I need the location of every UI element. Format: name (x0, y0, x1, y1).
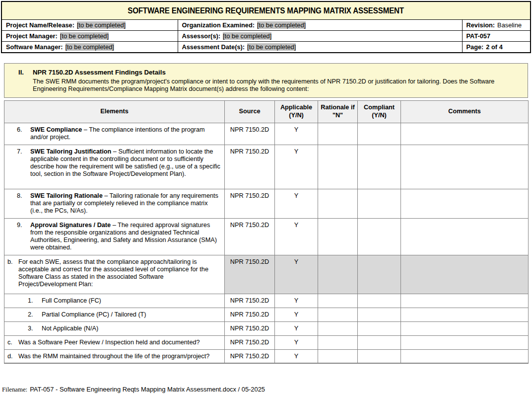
applicable-cell: Y (275, 321, 318, 335)
rationale-cell (318, 294, 358, 308)
comments-cell (401, 321, 529, 335)
compliant-cell (358, 123, 401, 145)
rationale-cell (318, 189, 358, 218)
revision-label: Revision: (466, 21, 495, 29)
comments-cell (401, 335, 529, 349)
element-text: Was a Software Peer Review / Inspection … (18, 339, 224, 346)
compliant-cell (358, 145, 401, 189)
applicable-cell: Y (275, 349, 318, 363)
applicable-cell: Y (275, 145, 318, 189)
footer-filename: Filename:PAT-057 - Software Engineering … (2, 385, 532, 394)
organization-label: Organization Examined: (182, 21, 255, 29)
rationale-cell (318, 218, 358, 255)
comments-cell (401, 218, 529, 255)
software-manager-cell: Software Manager:[to be completed] (1, 41, 178, 53)
project-name-label: Project Name/Release: (6, 21, 74, 29)
element-cell: 7. SWE Tailoring Justification – Suffici… (4, 145, 225, 189)
table-row: c. Was a Software Peer Review / Inspecti… (4, 335, 529, 349)
organization-cell: Organization Examined:[to be completed] (178, 19, 462, 30)
row-marker: 3. (28, 325, 42, 332)
element-text: SWE Tailoring Rationale – Tailoring rati… (30, 192, 224, 215)
element-cell: 8. SWE Tailoring Rationale – Tailoring r… (4, 189, 225, 218)
row-marker: 1. (28, 297, 42, 305)
assessment-date-cell: Assessment Date(s):[to be completed] (178, 41, 462, 53)
column-header-applicable: Applicable (Y/N) (275, 100, 318, 123)
element-lead-bold: SWE Tailoring Justification (30, 148, 111, 155)
table-row: 6. SWE Compliance – The compliance inten… (4, 123, 529, 145)
table-row: 3. Not Applicable (N/A) NPR 7150.2D Y (4, 321, 529, 335)
document-number-cell: PAT-057 (462, 30, 531, 41)
column-header-source: Source (225, 100, 275, 123)
element-description: Partial Compliance (PC) / Tailored (T) (42, 311, 146, 318)
row-marker: 9. (17, 222, 30, 229)
element-cell: 3. Not Applicable (N/A) (4, 321, 225, 335)
applicable-cell: Y (275, 218, 318, 255)
software-manager-label: Software Manager: (6, 43, 63, 51)
compliant-cell (358, 189, 401, 218)
element-text: SWE Tailoring Justification – Sufficient… (30, 148, 224, 178)
element-cell: 6. SWE Compliance – The compliance inten… (4, 123, 225, 145)
table-row: 8. SWE Tailoring Rationale – Tailoring r… (4, 189, 529, 218)
assessor-label: Assessor(s): (182, 32, 221, 40)
element-text: Partial Compliance (PC) / Tailored (T) (42, 311, 224, 318)
element-lead-bold: Approval Signatures / Date (30, 222, 111, 229)
section-title: NPR 7150.2D Assessment Findings Details (33, 69, 524, 76)
element-text: SWE Compliance – The compliance intentio… (30, 126, 224, 141)
source-cell: NPR 7150.2D (225, 218, 275, 255)
header-row: Project Name/Release:[to be completed] O… (1, 19, 531, 30)
element-cell: c. Was a Software Peer Review / Inspecti… (4, 335, 225, 349)
applicable-cell: Y (275, 123, 318, 145)
header-row: Project Manager:[to be completed] Assess… (1, 30, 531, 41)
table-row: 9. Approval Signatures / Date – The requ… (4, 218, 529, 255)
element-description: Was the RMM maintained throughout the li… (18, 353, 209, 360)
rationale-cell (318, 349, 358, 363)
comments-cell (401, 145, 529, 189)
element-cell: 2. Partial Compliance (PC) / Tailored (T… (4, 308, 225, 321)
compliant-cell (358, 255, 401, 294)
row-marker: d. (7, 353, 18, 360)
header-table: SOFTWARE ENGINEERING REQUIREMENTS MAPPIN… (1, 1, 531, 53)
source-cell: NPR 7150.2D (225, 308, 275, 321)
project-manager-value: [to be completed] (60, 32, 109, 40)
source-cell: NPR 7150.2D (225, 335, 275, 349)
software-manager-value: [to be completed] (66, 43, 114, 51)
source-cell: NPR 7150.2D (225, 349, 275, 363)
column-header-comments: Comments (401, 100, 529, 123)
rationale-cell (318, 335, 358, 349)
applicable-cell: Y (275, 335, 318, 349)
element-text: Was the RMM maintained throughout the li… (18, 353, 224, 360)
assessment-date-label: Assessment Date(s): (182, 43, 245, 51)
comments-cell (401, 308, 529, 321)
element-cell: 1. Full Compliance (FC) (4, 294, 225, 308)
row-marker: 2. (28, 311, 42, 318)
rationale-cell (318, 321, 358, 335)
comments-cell (401, 349, 529, 363)
element-cell: b. For each SWE, assess that the complia… (4, 255, 225, 294)
project-name-value: [to be completed] (77, 21, 126, 29)
compliant-cell (358, 349, 401, 363)
element-description: Not Applicable (N/A) (42, 325, 98, 332)
applicable-cell: Y (275, 255, 318, 294)
rationale-cell (318, 145, 358, 189)
element-description: Full Compliance (FC) (42, 297, 101, 304)
page-title: SOFTWARE ENGINEERING REQUIREMENTS MAPPIN… (128, 6, 404, 15)
section-numeral: II. (18, 69, 33, 76)
revision-cell: Revision:Baseline (462, 19, 531, 30)
element-text: Full Compliance (FC) (42, 297, 224, 305)
comments-cell (401, 294, 529, 308)
table-row: 1. Full Compliance (FC) NPR 7150.2D Y (4, 294, 529, 308)
section-heading-band: II. NPR 7150.2D Assessment Findings Deta… (4, 63, 528, 98)
comments-cell (401, 255, 529, 294)
filename-label: Filename: (2, 386, 27, 393)
row-marker: 8. (17, 192, 30, 200)
findings-table: Elements Source Applicable (Y/N) Rationa… (4, 100, 529, 364)
row-marker: b. (7, 258, 18, 266)
project-manager-label: Project Manager: (6, 32, 58, 40)
document-number: PAT-057 (466, 32, 491, 40)
element-description: Was a Software Peer Review / Inspection … (18, 339, 200, 346)
source-cell: NPR 7150.2D (225, 255, 275, 294)
source-cell: NPR 7150.2D (225, 321, 275, 335)
element-text: For each SWE, assess that the compliance… (18, 258, 224, 288)
rationale-cell (318, 123, 358, 145)
table-row: b. For each SWE, assess that the complia… (4, 255, 529, 294)
